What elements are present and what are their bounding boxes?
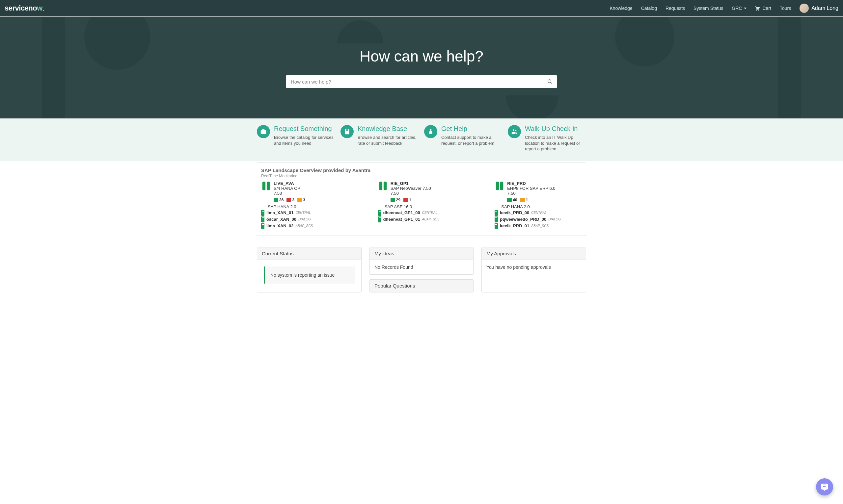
instance-row[interactable]: lima_XAN_02 ABAP_SCS <box>261 223 348 229</box>
instance-role: DIALOG <box>298 217 311 221</box>
instance-name: dheenvat_GP1_00 <box>383 210 420 215</box>
system-name: RIE_GP1 <box>391 181 431 186</box>
hero: How can we help? <box>0 17 843 119</box>
top-navbar: servicenow. Knowledge Catalog Requests S… <box>0 0 843 17</box>
system-version: 7.50 <box>391 191 431 196</box>
instance-name: lima_XAN_02 <box>266 223 293 228</box>
instance-icon <box>495 223 498 229</box>
search-icon <box>547 79 553 84</box>
sap-system[interactable]: RIE_GP1 SAP NetWeaver 7.50 7.50 291SAP A… <box>378 181 465 229</box>
status-badge <box>403 198 408 202</box>
card-title: Popular Questions <box>370 280 473 292</box>
search-button[interactable] <box>543 75 557 88</box>
search-bar <box>286 75 557 88</box>
card-title: My ideas <box>370 247 473 260</box>
quicklink-desc: Browse and search for articles, rate or … <box>358 134 419 146</box>
quicklink-title: Request Something <box>274 125 335 132</box>
instance-row[interactable]: lima_XAN_01 CENTRAL <box>261 210 348 216</box>
quicklink-request-something[interactable]: Request Something Browse the catalog for… <box>257 125 335 152</box>
instance-icon <box>261 223 264 229</box>
status-count: 36 <box>279 198 283 202</box>
instance-role: ABAP_SCS <box>295 224 313 228</box>
nav-knowledge[interactable]: Knowledge <box>609 5 632 11</box>
briefcase-icon <box>257 125 270 138</box>
status-badge <box>520 198 525 202</box>
quicklink-desc: Check into an IT Walk Up location to mak… <box>525 134 586 152</box>
svg-rect-7 <box>379 182 382 190</box>
quicklink-title: Get Help <box>441 125 502 132</box>
nav-grc[interactable]: GRC <box>732 5 746 11</box>
status-count: 29 <box>396 198 400 202</box>
instance-row[interactable]: keeik_PRD_00 CENTRAL <box>495 210 582 216</box>
system-db: SAP ASE 16.0 <box>378 204 465 209</box>
nav-system-status[interactable]: System Status <box>693 5 723 11</box>
svg-point-4 <box>515 130 516 131</box>
sap-landscape-panel: SAP Landscape Overview provided by Avant… <box>257 163 586 236</box>
nav-tours[interactable]: Tours <box>780 5 791 11</box>
instance-name: keeik_PRD_00 <box>500 210 529 215</box>
instance-row[interactable]: dheenvat_GP1_01 ABAP_SCS <box>378 216 465 222</box>
quicklink-get-help[interactable]: Get Help Contact support to make a reque… <box>424 125 502 152</box>
instance-icon <box>261 210 264 216</box>
instance-icon <box>495 210 498 216</box>
svg-rect-5 <box>262 182 265 190</box>
status-count: 1 <box>526 198 528 202</box>
avatar <box>799 4 809 13</box>
quicklinks-band: Request Something Browse the catalog for… <box>0 119 843 161</box>
instance-role: ABAP_SCS <box>422 217 440 221</box>
nav-requests[interactable]: Requests <box>666 5 685 11</box>
person-icon <box>424 125 437 138</box>
sap-panel-title: SAP Landscape Overview provided by Avant… <box>261 167 582 173</box>
system-version: 7.53 <box>274 191 300 196</box>
user-name: Adam Long <box>811 5 838 11</box>
quicklink-knowledge-base[interactable]: Knowledge Base Browse and search for art… <box>341 125 419 152</box>
svg-point-3 <box>513 129 514 131</box>
my-ideas-card: My ideas No Records Found <box>369 247 474 275</box>
instance-row[interactable]: oscar_XAN_00 DIALOG <box>261 216 348 222</box>
instance-role: CENTRAL <box>422 211 437 215</box>
nav-cart-label: Cart <box>762 5 771 11</box>
system-desc: SAP NetWeaver 7.50 <box>391 186 431 191</box>
instance-row[interactable]: pqweewieedo_PRD_00 DIALOG <box>495 216 582 222</box>
nav-cart[interactable]: Cart <box>755 5 771 11</box>
nav-grc-label: GRC <box>732 5 742 11</box>
quicklink-title: Walk-Up Check-in <box>525 125 586 132</box>
instance-name: oscar_XAN_00 <box>266 217 296 222</box>
instance-name: pqweewieedo_PRD_00 <box>500 217 546 222</box>
nav-catalog[interactable]: Catalog <box>641 5 657 11</box>
sap-panel-subtitle: RealTime Monitoring <box>261 174 582 178</box>
search-input[interactable] <box>286 75 543 88</box>
my-approvals-card: My Approvals You have no pending approva… <box>481 247 586 292</box>
database-icon <box>378 181 388 191</box>
status-count: 3 <box>292 198 294 202</box>
instance-icon <box>378 216 381 222</box>
status-count: 3 <box>303 198 305 202</box>
quicklink-walkup-checkin[interactable]: Walk-Up Check-in Check into an IT Walk U… <box>508 125 586 152</box>
user-menu[interactable]: Adam Long <box>799 4 838 13</box>
chevron-down-icon <box>744 7 746 9</box>
status-count: 40 <box>513 198 517 202</box>
instance-row[interactable]: dheenvat_GP1_00 CENTRAL <box>378 210 465 216</box>
book-icon <box>341 125 354 138</box>
brand-logo[interactable]: servicenow. <box>5 4 45 13</box>
system-desc: S/4 HANA OP <box>274 186 300 191</box>
instance-row[interactable]: keeik_PRD_01 ABAP_SCS <box>495 223 582 229</box>
instance-name: dheenvat_GP1_01 <box>383 217 420 222</box>
instance-name: lima_XAN_01 <box>266 210 293 215</box>
svg-rect-9 <box>496 182 499 190</box>
instance-role: ABAP_SCS <box>531 224 549 228</box>
instance-role: CENTRAL <box>531 211 547 215</box>
sap-system[interactable]: LIVE_AVA S/4 HANA OP 7.53 3633SAP HANA 2… <box>261 181 348 229</box>
sap-system[interactable]: RIE_PRD EHP8 FOR SAP ERP 6.0 7.50 401SAP… <box>495 181 582 229</box>
quicklink-desc: Contact support to make a request, or re… <box>441 134 502 146</box>
system-db: SAP HANA 2.0 <box>261 204 348 209</box>
instance-name: keeik_PRD_01 <box>500 223 529 228</box>
system-version: 7.50 <box>507 191 555 196</box>
system-stats: 291 <box>378 198 465 202</box>
quicklink-title: Knowledge Base <box>358 125 419 132</box>
popular-questions-card: Popular Questions <box>369 279 474 292</box>
status-badge <box>297 198 302 202</box>
database-icon <box>495 181 504 191</box>
instance-role: CENTRAL <box>295 211 311 215</box>
quicklink-desc: Browse the catalog for services and item… <box>274 134 335 146</box>
